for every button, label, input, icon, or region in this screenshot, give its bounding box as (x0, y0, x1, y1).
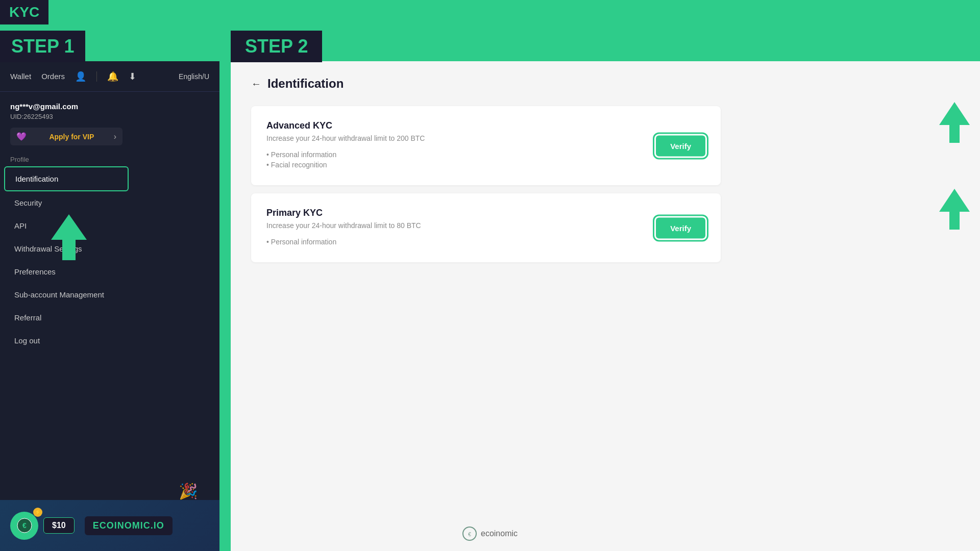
coin-icon: € (10, 512, 38, 540)
arrow-indicator-primary-kyc (939, 189, 970, 232)
download-icon[interactable]: ⬇ (129, 71, 136, 82)
svg-text:€: € (468, 532, 471, 537)
user-icon[interactable]: 👤 (75, 71, 86, 82)
decoration-confetti: 🎉 (179, 482, 198, 500)
vip-apply-button[interactable]: 💜 Apply for VIP › (10, 128, 122, 145)
sidebar-arrow-indicator (51, 214, 87, 262)
primary-kyc-feature-1: • Personal information (266, 238, 705, 246)
sidebar-item-identification[interactable]: Identification (4, 166, 129, 191)
watermark-text: ecoinomic (481, 529, 518, 538)
language-selector[interactable]: English/U (179, 72, 209, 81)
primary-kyc-subtitle: Increase your 24-hour withdrawal limit t… (266, 221, 705, 230)
user-uid: UID:26225493 (10, 113, 122, 120)
sidebar-item-referral[interactable]: Referral (4, 306, 129, 329)
nav-divider (96, 71, 97, 82)
chevron-right-icon: › (114, 132, 116, 141)
main-content: ← Identification Advanced KYC Increase y… (231, 61, 980, 551)
ecoinomic-brand: ECOINOMIC.IO (85, 516, 173, 535)
advanced-kyc-verify-button[interactable]: Verify (656, 135, 705, 156)
sidebar-item-subaccount[interactable]: Sub-account Management (4, 283, 129, 306)
coin-widget: € ⚡ $10 ECOINOMIC.IO (0, 500, 219, 551)
ecoinomic-text: ECOINOMIC.IO (93, 520, 164, 531)
step1-badge: STEP 1 (0, 31, 85, 62)
sidebar-item-preferences[interactable]: Preferences (4, 260, 129, 283)
watermark: € ecoinomic (462, 527, 518, 541)
user-email: ng***v@gmail.com (10, 102, 122, 111)
advanced-kyc-title: Advanced KYC (266, 120, 705, 131)
primary-kyc-title: Primary KYC (266, 208, 705, 218)
nav-orders[interactable]: Orders (41, 72, 65, 81)
coin-badge: ⚡ (33, 508, 42, 517)
profile-label: Profile (0, 151, 133, 166)
step2-badge: STEP 2 (231, 31, 322, 62)
advanced-kyc-feature-1: • Personal information (266, 151, 705, 159)
svg-marker-1 (939, 102, 970, 143)
vip-apply-label: Apply for VIP (49, 133, 94, 141)
coin-amount: $10 (43, 517, 75, 534)
kyc-badge: KYC (0, 0, 48, 24)
notification-icon[interactable]: 🔔 (107, 71, 118, 82)
heart-icon: 💜 (16, 132, 27, 141)
svg-text:€: € (22, 521, 27, 530)
page-header: ← Identification (251, 77, 721, 91)
top-nav: Wallet Orders 👤 🔔 ⬇ English/U (0, 61, 219, 92)
svg-marker-2 (939, 189, 970, 230)
advanced-kyc-card: Advanced KYC Increase your 24-hour withd… (251, 106, 721, 185)
nav-wallet[interactable]: Wallet (10, 72, 31, 81)
page-title: Identification (267, 77, 344, 91)
back-button[interactable]: ← (251, 78, 261, 90)
arrow-indicator-advanced-kyc (939, 102, 970, 145)
sidebar-item-security[interactable]: Security (4, 191, 129, 214)
primary-kyc-verify-button[interactable]: Verify (656, 217, 705, 238)
identification-page: ← Identification Advanced KYC Increase y… (231, 61, 741, 286)
sidebar-item-logout[interactable]: Log out (4, 329, 129, 352)
svg-marker-0 (51, 214, 87, 260)
user-info: ng***v@gmail.com UID:26225493 💜 Apply fo… (0, 92, 133, 156)
advanced-kyc-subtitle: Increase your 24-hour withdrawal limit t… (266, 134, 705, 142)
advanced-kyc-feature-2: • Facial recognition (266, 161, 705, 169)
primary-kyc-card: Primary KYC Increase your 24-hour withdr… (251, 193, 721, 262)
